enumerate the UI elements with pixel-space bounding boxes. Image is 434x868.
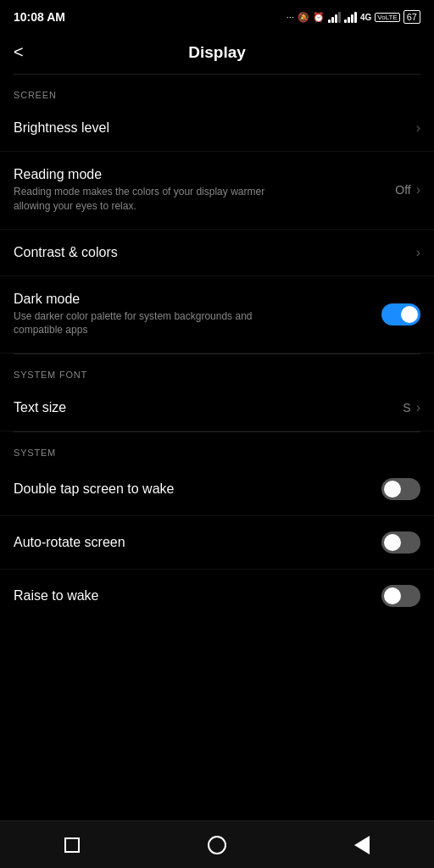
status-time: 10:08 AM: [14, 10, 65, 24]
content-area: SCREENBrightness level›Reading modeReadi…: [0, 74, 434, 673]
setting-title-raise-to-wake: Raise to wake: [14, 588, 381, 604]
setting-right-dark-mode: [381, 303, 420, 326]
setting-desc-reading-mode: Reading mode makes the colors of your di…: [14, 185, 302, 214]
alarm-icon: ⏰: [313, 12, 325, 23]
setting-title-text-size: Text size: [14, 400, 403, 415]
setting-row-contrast-colors[interactable]: Contrast & colors›: [0, 230, 434, 276]
setting-row-brightness[interactable]: Brightness level›: [0, 105, 434, 152]
setting-left-reading-mode: Reading modeReading mode makes the color…: [14, 167, 395, 214]
toggle-raise-to-wake[interactable]: [381, 585, 420, 607]
setting-title-reading-mode: Reading mode: [14, 167, 395, 182]
chevron-icon-contrast-colors: ›: [416, 245, 420, 260]
setting-desc-dark-mode: Use darker color palette for system back…: [14, 309, 302, 338]
chevron-icon-reading-mode: ›: [416, 182, 420, 198]
battery-icon: 67: [403, 10, 420, 24]
back-button[interactable]: <: [14, 39, 31, 65]
nav-home-button[interactable]: [200, 828, 234, 862]
setting-left-raise-to-wake: Raise to wake: [14, 588, 381, 604]
page-header: < Display: [0, 31, 434, 74]
setting-title-auto-rotate: Auto-rotate screen: [14, 535, 381, 550]
setting-row-auto-rotate[interactable]: Auto-rotate screen: [0, 516, 434, 570]
setting-right-double-tap: [381, 478, 420, 500]
setting-row-text-size[interactable]: Text sizeS›: [0, 385, 434, 431]
toggle-knob-dark-mode: [401, 306, 418, 323]
network-4g-icon: 4G: [360, 13, 371, 22]
setting-title-brightness: Brightness level: [14, 120, 416, 136]
setting-left-brightness: Brightness level: [14, 120, 416, 136]
nav-recent-button[interactable]: [55, 828, 89, 862]
toggle-knob-raise-to-wake: [384, 587, 401, 604]
setting-row-double-tap[interactable]: Double tap screen to wake: [0, 463, 434, 516]
setting-left-auto-rotate: Auto-rotate screen: [14, 535, 381, 550]
back-icon: [354, 836, 370, 854]
setting-left-text-size: Text size: [14, 400, 403, 415]
toggle-auto-rotate[interactable]: [381, 531, 420, 554]
section-label-system-font: SYSTEM FONT: [0, 354, 434, 385]
toggle-double-tap[interactable]: [381, 478, 420, 500]
signal-bar-2-icon: [344, 12, 357, 23]
battery-level: 67: [407, 12, 417, 22]
bottom-navigation: [0, 821, 434, 868]
setting-right-raise-to-wake: [381, 585, 420, 607]
nav-back-button[interactable]: [345, 828, 379, 862]
setting-value-text-size: S: [403, 401, 410, 415]
mute-icon: 🔕: [298, 12, 309, 23]
setting-right-brightness: ›: [416, 120, 420, 136]
home-icon: [208, 836, 226, 854]
toggle-dark-mode[interactable]: [381, 303, 420, 326]
status-bar: 10:08 AM ··· 🔕 ⏰ 4G VoLTE 67: [0, 0, 434, 31]
setting-left-contrast-colors: Contrast & colors: [14, 245, 416, 260]
section-label-screen: SCREEN: [0, 75, 434, 105]
setting-title-dark-mode: Dark mode: [14, 292, 381, 307]
setting-title-contrast-colors: Contrast & colors: [14, 245, 416, 260]
setting-right-contrast-colors: ›: [416, 245, 420, 260]
setting-value-reading-mode: Off: [395, 183, 410, 197]
setting-left-dark-mode: Dark modeUse darker color palette for sy…: [14, 292, 381, 338]
chevron-icon-text-size: ›: [416, 400, 420, 415]
section-label-system: SYSTEM: [0, 432, 434, 463]
setting-row-raise-to-wake[interactable]: Raise to wake: [0, 570, 434, 622]
setting-right-reading-mode: Off›: [395, 182, 420, 198]
setting-right-auto-rotate: [381, 531, 420, 554]
setting-right-text-size: S›: [403, 400, 420, 415]
setting-left-double-tap: Double tap screen to wake: [14, 481, 381, 497]
signal-dots-icon: ···: [287, 12, 294, 22]
signal-bar-1-icon: [328, 12, 341, 23]
toggle-knob-auto-rotate: [384, 534, 401, 551]
setting-row-reading-mode[interactable]: Reading modeReading mode makes the color…: [0, 152, 434, 230]
toggle-knob-double-tap: [384, 481, 401, 498]
volte-icon: VoLTE: [375, 13, 399, 22]
recent-apps-icon: [64, 837, 80, 853]
page-title: Display: [188, 43, 246, 62]
chevron-icon-brightness: ›: [416, 120, 420, 136]
status-icons: ··· 🔕 ⏰ 4G VoLTE 67: [287, 10, 420, 24]
setting-title-double-tap: Double tap screen to wake: [14, 481, 381, 497]
setting-row-dark-mode[interactable]: Dark modeUse darker color palette for sy…: [0, 276, 434, 354]
